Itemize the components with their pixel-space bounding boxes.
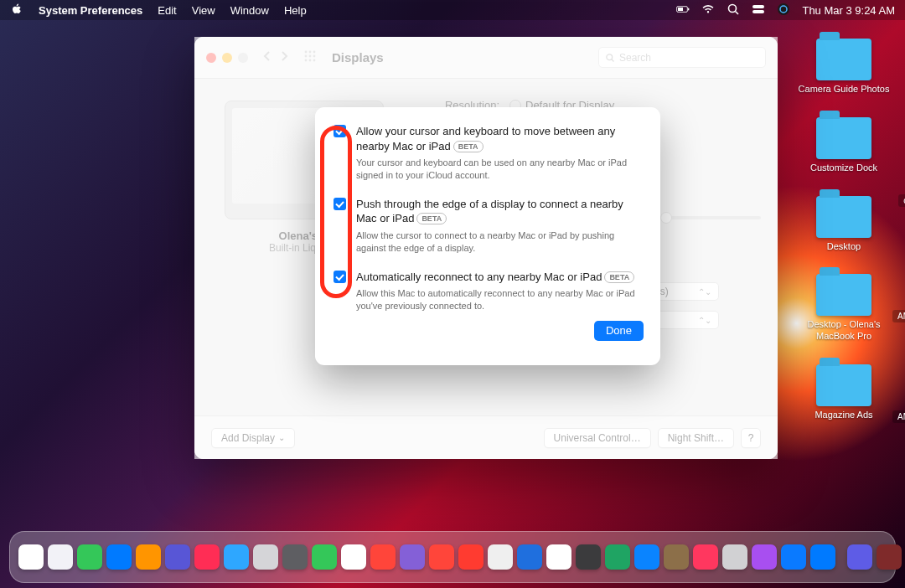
spotlight-icon[interactable] bbox=[727, 3, 740, 18]
svg-rect-1 bbox=[688, 8, 689, 10]
desktop-root: System Preferences Edit View Window Help… bbox=[0, 0, 905, 588]
dock-app[interactable] bbox=[282, 539, 308, 575]
checkbox-allow-cursor-keyboard[interactable] bbox=[334, 125, 346, 137]
dock-app[interactable] bbox=[253, 539, 278, 575]
dock-app[interactable] bbox=[605, 539, 630, 575]
dock-app[interactable] bbox=[136, 539, 161, 575]
back-button[interactable] bbox=[261, 50, 273, 65]
universal-control-button[interactable]: Universal Control… bbox=[544, 428, 651, 448]
app-icon bbox=[224, 544, 249, 570]
menu-view[interactable]: View bbox=[192, 4, 215, 17]
app-icon bbox=[165, 544, 190, 570]
app-icon bbox=[400, 544, 425, 570]
dock-app[interactable] bbox=[48, 539, 73, 575]
night-shift-button[interactable]: Night Shift… bbox=[658, 428, 734, 448]
desktop-folder[interactable]: Camera Guide Photos bbox=[798, 39, 890, 95]
dock-app[interactable] bbox=[576, 539, 601, 575]
siri-icon[interactable] bbox=[777, 3, 790, 18]
dock-app[interactable] bbox=[400, 539, 425, 575]
checkbox-auto-reconnect[interactable] bbox=[334, 271, 346, 283]
option-title: Allow your cursor and keyboard to move b… bbox=[356, 125, 615, 152]
svg-point-16 bbox=[309, 59, 312, 61]
done-button[interactable]: Done bbox=[594, 321, 644, 341]
app-icon bbox=[312, 544, 337, 570]
forward-button[interactable] bbox=[278, 50, 290, 65]
svg-point-10 bbox=[309, 50, 312, 53]
svg-point-11 bbox=[313, 50, 316, 53]
svg-point-3 bbox=[729, 4, 737, 12]
option-title: Push through the edge of a display to co… bbox=[356, 198, 623, 225]
desktop-folder[interactable]: Desktop bbox=[798, 196, 890, 253]
add-display-button[interactable]: Add Display⌄ bbox=[211, 428, 295, 448]
app-icon bbox=[194, 544, 220, 570]
checkbox-push-through-edge[interactable] bbox=[334, 198, 346, 210]
dock-app[interactable] bbox=[847, 539, 872, 575]
dock-app[interactable] bbox=[752, 539, 777, 575]
dock-app[interactable] bbox=[877, 539, 902, 575]
search-input[interactable]: Search bbox=[598, 47, 766, 68]
cutoff-text: AM bbox=[892, 310, 905, 322]
app-icon bbox=[282, 544, 308, 570]
app-icon bbox=[634, 544, 659, 570]
search-icon bbox=[605, 53, 615, 63]
dock-app[interactable] bbox=[693, 539, 718, 575]
battery-icon[interactable] bbox=[676, 3, 690, 18]
menu-edit[interactable]: Edit bbox=[158, 4, 176, 17]
cutoff-text: ol bbox=[898, 194, 905, 207]
beta-badge: BETA bbox=[416, 213, 447, 224]
app-icon bbox=[253, 544, 278, 570]
desktop-folder[interactable]: Desktop - Olena's MacBook Pro bbox=[798, 274, 890, 343]
dock-app[interactable] bbox=[722, 539, 747, 575]
app-icon bbox=[48, 544, 73, 570]
svg-point-12 bbox=[305, 54, 308, 57]
dock-app[interactable] bbox=[18, 539, 44, 575]
control-center-icon[interactable] bbox=[752, 3, 765, 18]
dock-app[interactable] bbox=[194, 539, 220, 575]
preferences-title: Displays bbox=[332, 50, 384, 64]
dock-app[interactable] bbox=[370, 539, 396, 575]
dock-app[interactable] bbox=[664, 539, 689, 575]
preferences-footer: Add Display⌄ Universal Control… Night Sh… bbox=[194, 415, 778, 459]
dock-app[interactable] bbox=[517, 539, 542, 575]
menubar-clock[interactable]: Thu Mar 3 9:24 AM bbox=[802, 4, 895, 17]
zoom-button[interactable] bbox=[238, 53, 248, 63]
app-icon bbox=[341, 544, 366, 570]
dock-app[interactable] bbox=[781, 539, 806, 575]
dock-app[interactable] bbox=[458, 539, 484, 575]
svg-line-19 bbox=[612, 59, 614, 61]
app-icon bbox=[106, 544, 132, 570]
dock-app[interactable] bbox=[77, 539, 102, 575]
apple-icon[interactable] bbox=[10, 3, 23, 18]
desktop-folder[interactable]: Customize Dock bbox=[798, 117, 890, 174]
universal-control-popover: Allow your cursor and keyboard to move b… bbox=[315, 107, 660, 365]
close-button[interactable] bbox=[206, 53, 216, 63]
show-all-icon[interactable] bbox=[303, 49, 317, 66]
app-icon bbox=[810, 544, 835, 570]
chevron-updown-icon: ⌃⌄ bbox=[698, 316, 711, 325]
dock-app[interactable] bbox=[165, 539, 190, 575]
help-button[interactable]: ? bbox=[741, 428, 761, 448]
dock-app[interactable] bbox=[546, 539, 571, 575]
dock-app[interactable] bbox=[224, 539, 249, 575]
dock-app[interactable] bbox=[312, 539, 337, 575]
app-icon bbox=[576, 544, 601, 570]
dock-app[interactable] bbox=[429, 539, 454, 575]
dock-app[interactable] bbox=[106, 539, 132, 575]
menubar-app-name[interactable]: System Preferences bbox=[39, 4, 142, 17]
app-icon bbox=[693, 544, 718, 570]
chevron-down-icon: ⌄ bbox=[278, 433, 285, 442]
dock-app[interactable] bbox=[810, 539, 835, 575]
wifi-icon[interactable] bbox=[701, 3, 715, 18]
dock-app[interactable] bbox=[341, 539, 366, 575]
menu-window[interactable]: Window bbox=[230, 4, 269, 17]
svg-rect-6 bbox=[752, 10, 764, 13]
dock-app[interactable] bbox=[634, 539, 659, 575]
dock-app[interactable] bbox=[488, 539, 513, 575]
app-icon bbox=[847, 544, 872, 570]
desktop-folder[interactable]: Magazine Ads bbox=[798, 364, 890, 421]
menu-help[interactable]: Help bbox=[284, 4, 307, 17]
minimize-button[interactable] bbox=[222, 53, 232, 63]
svg-rect-2 bbox=[678, 8, 683, 11]
desktop-icons-column: Camera Guide Photos Customize Dock Deskt… bbox=[798, 39, 890, 421]
option-description: Allow the cursor to connect to a nearby … bbox=[356, 230, 644, 255]
